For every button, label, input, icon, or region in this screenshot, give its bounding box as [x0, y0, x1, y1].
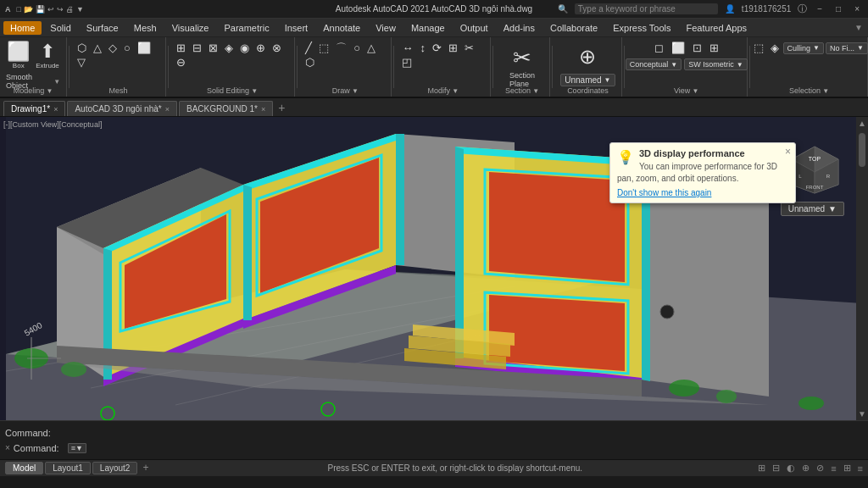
viewport-unnamed-dropdown[interactable]: Unnamed ▼ [781, 202, 844, 216]
se-btn-3[interactable]: ⊠ [206, 42, 220, 54]
view-btn-3[interactable]: ⊡ [690, 42, 704, 54]
draw-btn-5[interactable]: △ [364, 42, 378, 54]
settings-icon[interactable]: ≡ [858, 463, 863, 474]
coordinates-label[interactable]: Coordinates [567, 86, 609, 95]
menu-solid[interactable]: Solid [43, 21, 77, 35]
box-button[interactable]: ⬜ Box [4, 42, 32, 70]
mesh-btn-5[interactable]: ⬜ [135, 42, 153, 54]
model-tab[interactable]: Model [5, 462, 43, 474]
mesh-btn-6[interactable]: ▽ [75, 56, 88, 69]
grid-icon[interactable]: ⊞ [758, 463, 765, 474]
coord-icon-btn[interactable]: ⊕ [576, 44, 598, 69]
nofi-dropdown[interactable]: No Fi... ▼ [826, 42, 868, 54]
view-btn-4[interactable]: ⊞ [707, 42, 721, 54]
scroll-thumb[interactable] [859, 133, 865, 167]
menu-annotate[interactable]: Annotate [316, 21, 367, 35]
menu-output[interactable]: Output [453, 21, 495, 35]
ribbon-scroll-right[interactable]: ▼ [853, 23, 865, 32]
tab-background1[interactable]: BACKGROUND 1* × [179, 101, 273, 116]
restore-button[interactable]: □ [832, 4, 844, 14]
layout2-tab[interactable]: Layout2 [92, 462, 138, 474]
polar-icon[interactable]: ⊕ [802, 463, 810, 474]
mod-btn-4[interactable]: ⊞ [446, 42, 460, 54]
ortho-icon[interactable]: ◐ [787, 463, 795, 474]
minimize-button[interactable]: − [814, 4, 826, 14]
menu-visualize[interactable]: Visualize [165, 21, 216, 35]
se-btn-7[interactable]: ⊗ [270, 42, 284, 54]
new-tab-button[interactable]: + [275, 101, 288, 114]
section-label[interactable]: Section [505, 86, 539, 95]
open-icon[interactable]: 📂 [24, 5, 33, 14]
mesh-label[interactable]: Mesh [108, 86, 127, 95]
menu-collaborate[interactable]: Collaborate [543, 21, 604, 35]
mod-btn-2[interactable]: ↕ [417, 42, 428, 54]
view-btn-2[interactable]: ⬜ [669, 42, 687, 54]
qa-arrow-icon[interactable]: ▼ [76, 5, 84, 14]
view-label[interactable]: View [674, 86, 699, 95]
visual-style-dropdown[interactable]: Conceptual ▼ [626, 58, 682, 70]
mesh-btn-1[interactable]: ⬡ [75, 42, 89, 54]
transparency-icon[interactable]: ⊞ [843, 463, 851, 474]
tab-drawing1-close[interactable]: × [53, 105, 58, 114]
tooltip-dismiss-link[interactable]: Don't show me this again [617, 188, 788, 197]
osnap-icon[interactable]: ⊘ [816, 463, 824, 474]
menu-express[interactable]: Express Tools [606, 21, 677, 35]
sel-btn-1[interactable]: ⬚ [751, 42, 766, 54]
menu-addins[interactable]: Add-ins [497, 21, 542, 35]
draw-btn-1[interactable]: ╱ [303, 42, 314, 54]
menu-surface[interactable]: Surface [80, 21, 125, 35]
snap-icon[interactable]: ⊟ [772, 463, 780, 474]
mesh-btn-3[interactable]: ◇ [106, 42, 120, 54]
menu-insert[interactable]: Insert [278, 21, 315, 35]
scroll-up-arrow[interactable]: ▲ [856, 117, 868, 130]
canvas-scrollbar[interactable]: ▲ ▼ [856, 117, 868, 420]
info-icon[interactable]: ⓘ [798, 3, 807, 15]
mesh-btn-2[interactable]: △ [91, 42, 104, 54]
modeling-label[interactable]: Modeling [14, 86, 53, 95]
plot-icon[interactable]: 🖨 [66, 5, 74, 14]
draw-btn-4[interactable]: ○ [351, 42, 363, 54]
se-btn-6[interactable]: ⊕ [253, 42, 268, 54]
tooltip-close-button[interactable]: × [785, 146, 791, 158]
menu-view[interactable]: View [369, 21, 403, 35]
se-btn-5[interactable]: ◉ [237, 42, 252, 54]
view-btn-1[interactable]: ◻ [652, 42, 666, 54]
view-direction-dropdown[interactable]: SW Isometric ▼ [684, 58, 747, 70]
se-btn-1[interactable]: ⊞ [174, 42, 188, 54]
redo-icon[interactable]: ↪ [57, 5, 64, 14]
search-input-label[interactable]: Type a keyword or phrase [575, 3, 718, 14]
save-icon[interactable]: 💾 [36, 5, 45, 14]
menu-parametric[interactable]: Parametric [217, 21, 275, 35]
scroll-down-arrow[interactable]: ▼ [856, 408, 868, 420]
se-btn-2[interactable]: ⊟ [190, 42, 204, 54]
cmd-dropdown-btn[interactable]: ≡▼ [68, 443, 86, 453]
close-button[interactable]: × [851, 4, 863, 14]
tab-autocad3d-close[interactable]: × [165, 105, 170, 114]
draw-btn-2[interactable]: ⬚ [316, 42, 331, 54]
menu-mesh[interactable]: Mesh [127, 21, 164, 35]
mesh-btn-4[interactable]: ○ [121, 42, 133, 54]
layout1-tab[interactable]: Layout1 [45, 462, 91, 474]
draw-label[interactable]: Draw [332, 86, 359, 95]
mod-btn-6[interactable]: ◰ [399, 56, 415, 69]
tab-autocad3d[interactable]: AutoCAD 3D ngôi nhà* × [67, 101, 177, 116]
extrude-button[interactable]: ⬆ Extrude [33, 42, 62, 70]
selection-label[interactable]: Selection [789, 86, 829, 95]
solid-editing-label[interactable]: Solid Editing [207, 86, 258, 95]
tab-drawing1[interactable]: Drawing1* × [3, 101, 65, 116]
modify-label[interactable]: Modify [427, 86, 459, 95]
culling-dropdown[interactable]: Culling ▼ [783, 42, 824, 54]
lineweight-icon[interactable]: ≡ [831, 463, 836, 474]
undo-icon[interactable]: ↩ [47, 5, 54, 14]
menu-home[interactable]: Home [3, 21, 42, 35]
menu-manage[interactable]: Manage [404, 21, 452, 35]
section-plane-button[interactable]: ✂ SectionPlane [503, 42, 542, 92]
se-btn-8[interactable]: ⊖ [174, 56, 188, 69]
mod-btn-3[interactable]: ⟳ [430, 42, 444, 54]
new-file-icon[interactable]: □ [17, 5, 21, 14]
tab-background1-close[interactable]: × [261, 105, 265, 114]
draw-btn-6[interactable]: ⬡ [303, 56, 317, 69]
se-btn-4[interactable]: ◈ [222, 42, 236, 54]
mod-btn-1[interactable]: ↔ [399, 42, 415, 54]
sel-btn-2[interactable]: ◈ [768, 42, 782, 54]
